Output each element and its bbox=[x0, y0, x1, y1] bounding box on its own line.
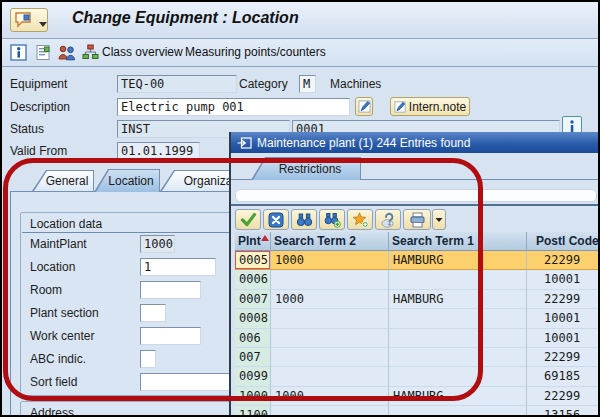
cell-search-term-1[interactable]: HAMBURG bbox=[389, 290, 527, 309]
printer-icon bbox=[409, 212, 426, 228]
find-next-button[interactable] bbox=[319, 209, 345, 230]
cell-search-term-2[interactable] bbox=[271, 406, 389, 417]
cell-search-term-1[interactable] bbox=[389, 348, 527, 367]
favorites-button[interactable] bbox=[347, 209, 373, 230]
find-button[interactable] bbox=[291, 209, 317, 230]
binoculars-plus-icon bbox=[324, 212, 341, 228]
cell-postl-code[interactable]: 22299 bbox=[527, 290, 600, 309]
location-field[interactable]: 1 bbox=[140, 258, 216, 276]
edit-pencil-icon bbox=[394, 101, 406, 113]
tab-restrictions-label: Restrictions bbox=[279, 162, 342, 176]
cell-plnt[interactable]: 0006 bbox=[235, 270, 271, 289]
accept-check-icon bbox=[240, 212, 257, 227]
cell-postl-code[interactable]: 22299 bbox=[527, 251, 600, 270]
plant-section-field[interactable] bbox=[140, 304, 166, 322]
speech-bubble-icon bbox=[14, 11, 36, 29]
class-overview-button[interactable]: Class overview bbox=[102, 45, 183, 59]
cell-search-term-2[interactable] bbox=[271, 329, 389, 348]
cell-plnt[interactable]: 0099 bbox=[235, 367, 271, 386]
tab-location[interactable]: Location bbox=[94, 169, 160, 192]
cell-search-term-1[interactable] bbox=[389, 329, 527, 348]
edit-pencil-icon bbox=[358, 100, 371, 113]
close-button[interactable] bbox=[263, 209, 289, 230]
accept-button[interactable] bbox=[235, 209, 261, 230]
page-title: Change Equipment : Location bbox=[72, 9, 299, 27]
sort-field-field[interactable] bbox=[140, 373, 232, 391]
description-label: Description bbox=[10, 98, 70, 116]
info-icon[interactable] bbox=[10, 44, 27, 61]
table-row-selected[interactable]: 0005 1000 HAMBURG 22299 bbox=[235, 251, 600, 270]
abc-indic-field[interactable] bbox=[140, 350, 156, 368]
edit-description-button[interactable] bbox=[355, 97, 373, 116]
cell-plnt[interactable]: 1000 bbox=[235, 387, 271, 406]
maintplant-field[interactable]: 1000 bbox=[140, 235, 175, 253]
cell-search-term-2[interactable]: 1000 bbox=[271, 387, 389, 406]
column-header-postl-code[interactable]: Postl Code bbox=[527, 232, 600, 251]
cell-postl-code[interactable]: 69185 bbox=[527, 367, 600, 386]
table-row[interactable]: 007 22299 bbox=[235, 348, 600, 367]
table-row[interactable]: 0008 10001 bbox=[235, 309, 600, 328]
cell-postl-code[interactable]: 10001 bbox=[527, 309, 600, 328]
intern-note-button[interactable]: Intern.note bbox=[390, 97, 470, 116]
cell-plnt[interactable]: 1100 bbox=[235, 406, 271, 417]
cell-postl-code[interactable]: 22299 bbox=[527, 387, 600, 406]
help-button[interactable] bbox=[375, 209, 401, 230]
table-row[interactable]: 006 10001 bbox=[235, 329, 600, 348]
cell-search-term-1[interactable] bbox=[389, 309, 527, 328]
star-plus-icon bbox=[352, 212, 369, 228]
cell-search-term-2[interactable] bbox=[271, 309, 389, 328]
services-for-object-button[interactable] bbox=[10, 8, 48, 32]
sort-ascending-icon bbox=[261, 235, 269, 241]
cell-postl-code[interactable]: 13156 bbox=[527, 406, 600, 417]
description-field[interactable]: Electric pump 001 bbox=[117, 98, 350, 116]
cell-plnt[interactable]: 007 bbox=[235, 348, 271, 367]
cell-search-term-2[interactable]: 1000 bbox=[271, 290, 389, 309]
close-icon bbox=[268, 212, 284, 228]
structure-icon[interactable] bbox=[82, 44, 99, 61]
cell-plnt[interactable]: 006 bbox=[235, 329, 271, 348]
table-row[interactable]: 1100 13156 bbox=[235, 406, 600, 417]
equipment-field[interactable]: TEQ-00 bbox=[117, 75, 237, 93]
cell-search-term-2[interactable] bbox=[271, 348, 389, 367]
cell-plnt[interactable]: 0008 bbox=[235, 309, 271, 328]
cell-search-term-2[interactable]: 1000 bbox=[271, 251, 389, 270]
plnt-header-label: Plnt bbox=[238, 234, 261, 248]
cell-search-term-1[interactable] bbox=[389, 270, 527, 289]
column-header-search-term-2[interactable]: Search Term 2 bbox=[271, 232, 389, 251]
table-row[interactable]: 0006 10001 bbox=[235, 270, 600, 289]
cell-plnt[interactable]: 0007 bbox=[235, 290, 271, 309]
print-button[interactable] bbox=[403, 209, 431, 230]
partners-icon[interactable] bbox=[57, 44, 77, 61]
cell-search-term-1[interactable]: HAMBURG bbox=[389, 387, 527, 406]
cell-postl-code[interactable]: 22299 bbox=[527, 348, 600, 367]
cell-search-term-1[interactable] bbox=[389, 406, 527, 417]
work-center-field[interactable] bbox=[140, 327, 201, 345]
measuring-points-button[interactable]: Measuring points/counters bbox=[185, 45, 326, 59]
room-field[interactable] bbox=[140, 281, 201, 299]
table-row[interactable]: 0007 1000 HAMBURG 22299 bbox=[235, 290, 600, 309]
table-row[interactable]: 1000 1000 HAMBURG 22299 bbox=[235, 387, 600, 406]
cell-postl-code[interactable]: 10001 bbox=[527, 329, 600, 348]
tab-restrictions[interactable]: Restrictions bbox=[251, 157, 361, 180]
display-document-icon[interactable] bbox=[35, 44, 52, 61]
tab-general[interactable]: General bbox=[32, 170, 94, 191]
cell-search-term-2[interactable] bbox=[271, 367, 389, 386]
work-center-label: Work center bbox=[30, 327, 94, 345]
valid-from-field[interactable]: 01.01.1999 bbox=[117, 142, 200, 160]
abc-indic-label: ABC indic. bbox=[30, 350, 86, 368]
table-row[interactable]: 0099 69185 bbox=[235, 367, 600, 386]
maintplant-label: MaintPlant bbox=[30, 235, 87, 253]
intern-note-label: Intern.note bbox=[409, 100, 466, 114]
column-header-search-term-1[interactable]: Search Term 1 bbox=[389, 232, 527, 251]
cell-postl-code[interactable]: 10001 bbox=[527, 270, 600, 289]
cell-plnt[interactable]: 0005 bbox=[235, 251, 271, 270]
column-header-plnt[interactable]: Plnt bbox=[235, 232, 271, 251]
cell-search-term-2[interactable] bbox=[271, 270, 389, 289]
category-field[interactable]: M bbox=[299, 75, 316, 93]
cell-search-term-1[interactable]: HAMBURG bbox=[389, 251, 527, 270]
popup-title-bar[interactable]: Maintenance plant (1) 244 Entries found bbox=[231, 132, 600, 153]
binoculars-icon bbox=[296, 212, 313, 227]
cell-search-term-1[interactable] bbox=[389, 367, 527, 386]
print-menu-button[interactable] bbox=[432, 209, 446, 230]
restrictions-collapsed-strip[interactable] bbox=[235, 189, 597, 202]
